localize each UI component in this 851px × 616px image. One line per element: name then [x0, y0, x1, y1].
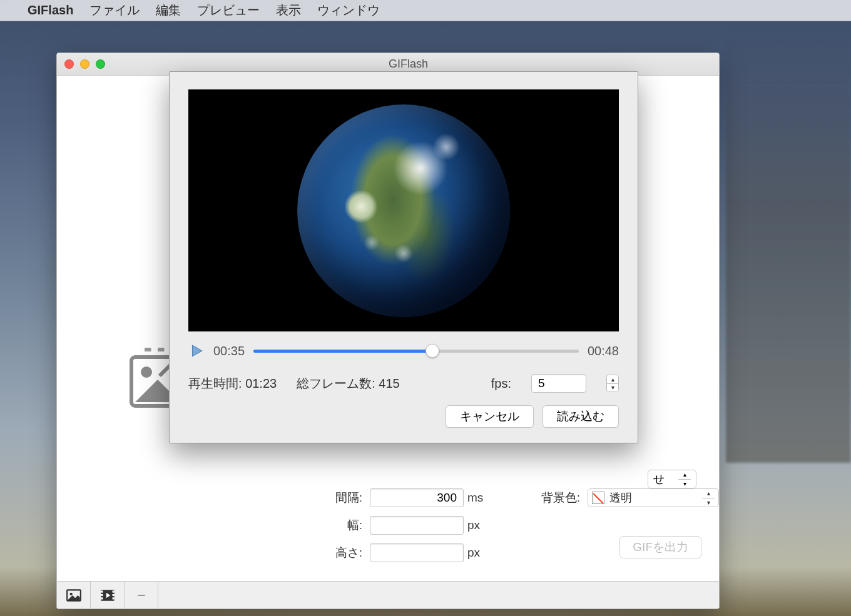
- interval-label: 間隔:: [253, 490, 366, 506]
- chevron-up-icon[interactable]: ▴: [607, 375, 618, 384]
- video-preview: [188, 89, 619, 331]
- menu-preview[interactable]: プレビュー: [197, 2, 260, 19]
- width-label: 幅:: [253, 517, 366, 533]
- menu-window[interactable]: ウィンドウ: [317, 2, 380, 19]
- app-menu[interactable]: GIFlash: [28, 3, 73, 18]
- width-input[interactable]: [370, 516, 464, 535]
- frames-value: 415: [379, 376, 399, 390]
- chevron-down-icon[interactable]: ▾: [607, 384, 618, 392]
- width-unit: px: [467, 518, 505, 532]
- hidden-select-text: せ: [653, 472, 665, 487]
- fps-label: fps:: [491, 376, 511, 391]
- load-button[interactable]: 読み込む: [543, 405, 619, 428]
- settings-panel: 間隔: ms 背景色: 透明 ▴ ▾ 幅: px: [253, 488, 704, 571]
- window-zoom-icon[interactable]: [96, 59, 105, 69]
- window-title: GIFlash: [105, 58, 711, 71]
- menu-edit[interactable]: 編集: [156, 2, 181, 19]
- play-button[interactable]: [188, 343, 205, 359]
- interval-unit: ms: [467, 491, 505, 505]
- svg-point-1: [141, 366, 152, 378]
- menu-view[interactable]: 表示: [276, 2, 301, 19]
- height-input[interactable]: [370, 543, 464, 562]
- bgcolor-value: 透明: [609, 490, 632, 505]
- end-time: 00:48: [588, 344, 619, 358]
- chevron-up-icon[interactable]: ▴: [702, 489, 715, 498]
- svg-rect-9: [101, 597, 103, 599]
- hidden-select[interactable]: せ ▴ ▾: [648, 470, 696, 488]
- video-tab-button[interactable]: [91, 582, 125, 609]
- fps-stepper[interactable]: ▴ ▾: [606, 375, 619, 392]
- interval-input[interactable]: [370, 488, 464, 507]
- height-unit: px: [467, 546, 505, 560]
- transparent-swatch-icon: [592, 492, 604, 504]
- bgcolor-label: 背景色:: [509, 490, 584, 506]
- fps-input[interactable]: [531, 374, 586, 393]
- svg-rect-6: [112, 590, 114, 592]
- duration-label: 再生時間:: [188, 376, 242, 390]
- duration-value: 01:23: [245, 376, 277, 390]
- earth-image-icon: [297, 104, 510, 317]
- remove-button[interactable]: [125, 582, 158, 609]
- svg-point-3: [69, 592, 72, 595]
- chevron-up-icon[interactable]: ▴: [678, 470, 691, 480]
- chevron-down-icon[interactable]: ▾: [678, 480, 691, 488]
- cancel-button[interactable]: キャンセル: [446, 405, 534, 428]
- svg-rect-7: [101, 593, 103, 595]
- bgcolor-select[interactable]: 透明 ▴ ▾: [588, 488, 719, 507]
- menubar: GIFlash ファイル 編集 プレビュー 表示 ウィンドウ: [0, 0, 851, 21]
- export-gif-button[interactable]: GIFを出力: [619, 536, 701, 558]
- current-time: 00:35: [213, 344, 245, 358]
- svg-rect-8: [112, 593, 114, 595]
- menu-file[interactable]: ファイル: [89, 2, 140, 19]
- import-video-dialog: 00:35 00:48 再生時間: 01:23 総フレーム数: 415 fps:…: [169, 71, 638, 443]
- frames-label: 総フレーム数:: [297, 376, 375, 390]
- bottom-toolbar: [57, 581, 719, 608]
- image-tab-button[interactable]: [57, 582, 91, 609]
- playback-slider[interactable]: [253, 343, 579, 358]
- svg-rect-10: [112, 597, 114, 599]
- chevron-down-icon[interactable]: ▾: [702, 498, 715, 507]
- svg-rect-5: [101, 590, 103, 592]
- window-minimize-icon[interactable]: [80, 59, 89, 69]
- window-close-icon[interactable]: [64, 59, 74, 69]
- height-label: 高さ:: [253, 545, 366, 561]
